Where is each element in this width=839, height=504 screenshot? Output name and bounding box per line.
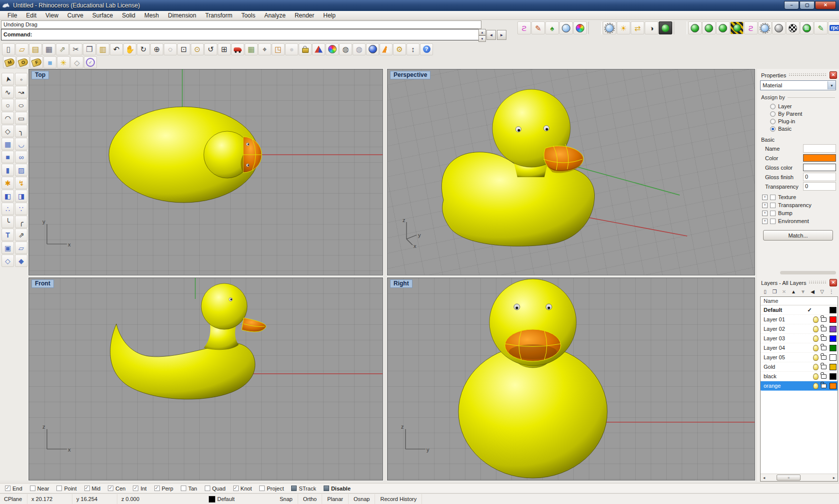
polygon-icon[interactable]: ◇	[1, 125, 14, 137]
rendered-sphere-icon[interactable]	[366, 43, 379, 55]
ghosted-sphere-icon[interactable]: ◍	[353, 43, 366, 55]
text-icon[interactable]: T	[1, 229, 14, 241]
viewport-front-label[interactable]: Front	[31, 279, 54, 288]
rainbow-sphere-icon[interactable]	[573, 21, 587, 34]
tree-checkbox[interactable]	[770, 211, 776, 216]
zoom-extents-icon[interactable]: ◌	[164, 43, 177, 55]
menu-item[interactable]: Curve	[63, 12, 88, 19]
rpc-icon[interactable]: rpc	[828, 21, 839, 34]
layer-row[interactable]: black ✓	[761, 372, 838, 381]
layer-color-swatch[interactable]	[830, 364, 837, 370]
layer-row[interactable]: Layer 01 ✓	[761, 315, 838, 324]
checkbox-icon[interactable]	[181, 486, 186, 491]
minimize-button[interactable]: –	[784, 1, 799, 9]
viewport-right[interactable]: Right z y	[387, 277, 755, 481]
checkbox-icon[interactable]	[108, 486, 113, 491]
layer-visibility-bulb-icon[interactable]	[813, 354, 819, 361]
save-render-icon[interactable]: ▤	[800, 21, 814, 34]
dimension-icon[interactable]: ↕	[407, 43, 420, 55]
vcheck-icon[interactable]: ✓	[84, 56, 97, 68]
halftone-sphere-icon[interactable]: ◑	[645, 21, 658, 34]
layer-row[interactable]: Default ✓	[761, 305, 838, 315]
radio-icon[interactable]	[770, 119, 776, 124]
menu-item[interactable]: Surface	[88, 12, 117, 19]
menu-item[interactable]: Solid	[117, 12, 140, 19]
zoom-window-icon[interactable]: ⊡	[177, 43, 190, 55]
material-name-field[interactable]	[803, 144, 836, 153]
move-up-icon[interactable]: ▲	[790, 288, 798, 295]
boolean-diff-icon[interactable]: ∵	[15, 203, 27, 215]
pointer-icon[interactable]: ➤	[1, 73, 14, 85]
turntable-icon[interactable]	[772, 21, 786, 34]
cut-icon[interactable]: ✂	[69, 43, 82, 55]
lock-icon[interactable]	[299, 43, 312, 55]
viewport-top[interactable]: Top y x	[28, 69, 383, 275]
layer-row[interactable]: Layer 02 ✓	[761, 324, 838, 334]
surface-patch-icon[interactable]: ▦	[1, 138, 14, 150]
gloss-color-swatch[interactable]	[803, 164, 836, 171]
render-preview-icon[interactable]	[716, 21, 730, 34]
scroll-left-icon[interactable]: ◄	[761, 475, 768, 481]
assign-by-option[interactable]: Basic	[770, 126, 835, 132]
map-icon[interactable]: ▦	[245, 43, 258, 55]
safe-frame-icon[interactable]	[730, 21, 744, 34]
layer-color-swatch[interactable]	[830, 335, 837, 342]
corner-curve-icon[interactable]: ╮	[15, 125, 27, 137]
copy-layer-icon[interactable]: ❐	[771, 288, 779, 295]
panel-drag-texture[interactable]	[809, 281, 827, 284]
render-sphere-icon[interactable]	[688, 21, 702, 34]
checkbox-icon[interactable]	[233, 486, 239, 491]
viewport-front[interactable]: Front z x	[28, 277, 383, 481]
blend-icon[interactable]: ╭	[15, 216, 27, 228]
control-curve-icon[interactable]: ↝	[15, 86, 27, 98]
osnap-toggle[interactable]: Disable	[324, 486, 351, 492]
close-button[interactable]: ✕	[815, 1, 836, 9]
status-toggle[interactable]: Ortho	[298, 494, 323, 504]
render-window-icon[interactable]	[702, 21, 716, 34]
save-icon[interactable]: ▤	[29, 43, 42, 55]
layer-color-swatch[interactable]	[830, 345, 837, 351]
surface-bend-icon[interactable]: ◡	[15, 138, 27, 150]
undo-view-icon[interactable]: ↺	[204, 43, 217, 55]
layer-row[interactable]: Layer 04 ✓	[761, 343, 838, 353]
tag-m-icon[interactable]: M	[3, 56, 16, 68]
spotlight-icon[interactable]	[603, 21, 616, 34]
transparency-field[interactable]: 0	[803, 182, 836, 191]
tree-checkbox[interactable]	[770, 219, 776, 224]
layer-lock-icon[interactable]	[821, 327, 827, 331]
layout-arrows-icon[interactable]: ⇄	[631, 21, 644, 34]
status-toggle[interactable]: Osnap	[349, 494, 375, 504]
sun-icon[interactable]: ☀	[617, 21, 630, 34]
wireframe-sphere-icon[interactable]: ◍	[339, 43, 352, 55]
layer-visibility-bulb-icon[interactable]	[813, 335, 819, 342]
arc-icon[interactable]: ◠	[1, 112, 14, 124]
osnap-toggle[interactable]: Near	[30, 486, 49, 492]
viewport-layout-icon[interactable]: ⊞	[218, 43, 231, 55]
tag-o-icon[interactable]: O	[16, 56, 29, 68]
ellipse-icon[interactable]: ○	[15, 99, 27, 111]
expand-icon[interactable]: +	[762, 203, 768, 208]
viewport-perspective[interactable]: Perspective z y x	[387, 69, 755, 275]
nav-right-button[interactable]: ►	[497, 30, 506, 40]
checkbox-icon[interactable]	[259, 486, 265, 491]
color-wheel-icon[interactable]	[326, 43, 339, 55]
close-icon[interactable]: ✕	[830, 71, 837, 79]
spin-up-button[interactable]: ▲	[478, 29, 486, 35]
lamp-icon[interactable]: ●	[285, 43, 298, 55]
copy-objects-icon[interactable]: ▣	[1, 242, 14, 254]
expand-icon[interactable]: +	[762, 219, 768, 224]
checkbox-icon[interactable]	[56, 486, 62, 491]
close-icon[interactable]: ✕	[830, 279, 837, 286]
help-icon[interactable]: ?	[420, 43, 433, 55]
menu-item[interactable]: Transform	[201, 12, 237, 19]
rectangle-icon[interactable]: ▭	[15, 112, 27, 124]
menu-item[interactable]: Help	[319, 12, 340, 19]
mesh-surface-icon[interactable]: ▨	[15, 164, 27, 176]
checkbox-icon[interactable]	[154, 486, 160, 491]
osnap-toggle[interactable]: Int	[133, 486, 146, 492]
layer-visibility-bulb-icon[interactable]	[813, 364, 819, 370]
layer-row[interactable]: orange ✓	[761, 381, 838, 391]
menu-item[interactable]: Dimension	[163, 12, 201, 19]
render-cone-icon[interactable]	[380, 43, 393, 55]
tree-checkbox[interactable]	[770, 195, 776, 200]
